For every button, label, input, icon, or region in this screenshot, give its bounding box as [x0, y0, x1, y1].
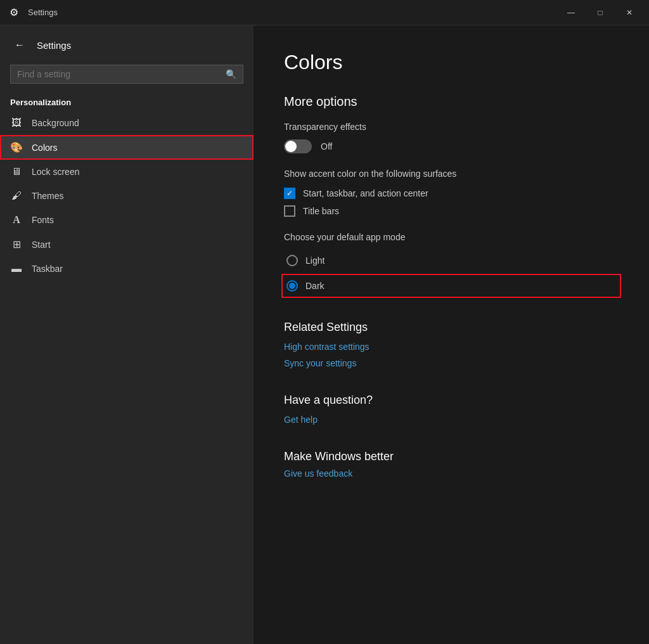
sync-settings-link[interactable]: Sync your settings — [284, 358, 619, 368]
sidebar-item-background[interactable]: 🖼 Background — [0, 111, 254, 135]
checkbox-label-start-taskbar: Start, taskbar, and action center — [303, 188, 428, 198]
toggle-thumb — [285, 141, 297, 152]
search-input[interactable] — [17, 69, 221, 79]
title-bar: ⚙ Settings — □ ✕ — [0, 0, 649, 25]
checkbox-start-taskbar[interactable]: ✓ — [284, 188, 295, 199]
sidebar-item-label-colors: Colors — [32, 143, 57, 153]
have-question-section: Have a question? Get help — [284, 394, 619, 425]
app-mode-label: Choose your default app mode — [284, 232, 619, 242]
minimize-button[interactable]: — — [556, 0, 586, 25]
sidebar-item-label-fonts: Fonts — [32, 215, 54, 225]
title-bar-controls: — □ ✕ — [556, 0, 644, 25]
lock-screen-icon: 🖥 — [10, 166, 23, 177]
sidebar-item-themes[interactable]: 🖌 Themes — [0, 184, 254, 208]
have-question-heading: Have a question? — [284, 394, 619, 407]
page-title: Colors — [284, 51, 619, 74]
transparency-toggle[interactable] — [284, 139, 312, 153]
sidebar-item-label-start: Start — [32, 240, 51, 250]
fonts-icon: A — [10, 214, 23, 226]
high-contrast-link[interactable]: High contrast settings — [284, 342, 619, 352]
search-icon: 🔍 — [226, 69, 236, 79]
sidebar-item-label-taskbar: Taskbar — [32, 264, 63, 274]
section-heading: More options — [284, 94, 619, 109]
accent-surfaces-label: Show accent color on the following surfa… — [284, 169, 619, 179]
maximize-button[interactable]: □ — [586, 0, 615, 25]
settings-window-icon: ⚙ — [8, 6, 20, 18]
related-settings: Related Settings High contrast settings … — [284, 321, 619, 368]
checkbox-row-start-taskbar: ✓ Start, taskbar, and action center — [284, 188, 619, 199]
radio-row-light: Light — [284, 251, 619, 270]
sidebar-item-colors[interactable]: 🎨 Colors — [0, 135, 254, 160]
sidebar: ← Settings 🔍 Personalization 🖼 Backgroun… — [0, 25, 254, 644]
checkbox-label-title-bars: Title bars — [303, 206, 339, 216]
start-icon: ⊞ — [10, 238, 23, 250]
radio-light[interactable] — [286, 255, 298, 266]
sidebar-section-label: Personalization — [0, 91, 254, 111]
get-help-link[interactable]: Get help — [284, 415, 619, 425]
sidebar-header: ← Settings — [0, 25, 254, 60]
back-button[interactable]: ← — [10, 35, 29, 55]
checkbox-title-bars[interactable] — [284, 205, 295, 217]
themes-icon: 🖌 — [10, 190, 23, 202]
transparency-toggle-row: Off — [284, 139, 619, 153]
related-settings-heading: Related Settings — [284, 321, 619, 334]
title-bar-left: ⚙ Settings — [8, 6, 58, 18]
title-bar-title: Settings — [28, 8, 58, 17]
radio-label-dark: Dark — [305, 281, 324, 291]
transparency-status: Off — [321, 141, 332, 151]
sidebar-item-start[interactable]: ⊞ Start — [0, 232, 254, 257]
sidebar-item-taskbar[interactable]: ▬ Taskbar — [0, 257, 254, 281]
radio-label-light: Light — [305, 255, 324, 266]
sidebar-app-title: Settings — [37, 40, 71, 51]
main-content: Colors More options Transparency effects… — [254, 25, 649, 644]
colors-icon: 🎨 — [10, 141, 23, 153]
app-body: ← Settings 🔍 Personalization 🖼 Backgroun… — [0, 25, 649, 644]
sidebar-item-label-themes: Themes — [32, 191, 64, 201]
transparency-label: Transparency effects — [284, 122, 619, 132]
radio-row-dark: Dark — [284, 276, 619, 295]
background-icon: 🖼 — [10, 117, 23, 129]
radio-dark[interactable] — [286, 280, 298, 292]
make-better-heading: Make Windows better — [284, 450, 619, 463]
sidebar-item-label-lock-screen: Lock screen — [32, 167, 79, 177]
radio-section: Choose your default app mode Light Dark — [284, 232, 619, 295]
search-box[interactable]: 🔍 — [10, 65, 243, 84]
make-windows-better-section: Make Windows better Give us feedback — [284, 450, 619, 479]
checkmark-icon: ✓ — [286, 189, 293, 198]
taskbar-icon: ▬ — [10, 263, 23, 274]
sidebar-item-label-background: Background — [32, 118, 79, 128]
close-button[interactable]: ✕ — [615, 0, 644, 25]
checkbox-row-title-bars: Title bars — [284, 205, 619, 217]
give-feedback-link[interactable]: Give us feedback — [284, 468, 619, 479]
sidebar-item-fonts[interactable]: A Fonts — [0, 208, 254, 232]
sidebar-item-lock-screen[interactable]: 🖥 Lock screen — [0, 160, 254, 184]
